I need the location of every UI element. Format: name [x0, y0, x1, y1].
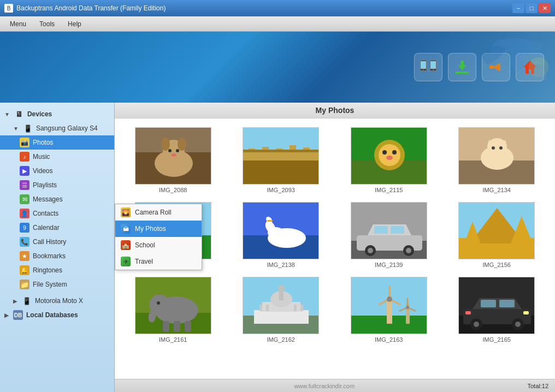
- svg-rect-118: [523, 311, 529, 314]
- device-transfer-button[interactable]: [414, 53, 442, 81]
- photo-item[interactable]: IMG_2165: [447, 277, 547, 343]
- svg-point-46: [499, 146, 503, 150]
- menu-item-help[interactable]: Help: [62, 18, 87, 30]
- photo-item[interactable]: IMG_2134: [447, 127, 547, 193]
- photo-thumbnail: [135, 127, 211, 185]
- dropdown-my-photos[interactable]: 🏔 My Photos: [115, 221, 202, 237]
- svg-rect-6: [430, 61, 436, 69]
- menu-item-menu[interactable]: Menu: [4, 18, 32, 30]
- dropdown-camera-roll-label: Camera Roll: [135, 209, 172, 216]
- photo-item[interactable]: IMG_2093: [232, 127, 331, 193]
- svg-rect-3: [421, 61, 426, 69]
- svg-rect-60: [267, 220, 273, 222]
- sidebar-moto-device[interactable]: ▶ 📱 Motorola Moto X: [0, 294, 114, 308]
- photo-item[interactable]: IMG_2162: [232, 277, 331, 343]
- svg-point-35: [379, 144, 400, 166]
- titlebar: B Backuptrans Android Data Transfer (Fam…: [0, 0, 555, 16]
- svg-point-21: [176, 149, 179, 152]
- menubar: Menu Tools Help: [0, 16, 555, 32]
- dropdown-school[interactable]: 🏫 School: [115, 237, 202, 253]
- svg-point-91: [278, 285, 285, 292]
- bookmarks-label: Bookmarks: [33, 252, 66, 260]
- school-icon: 🏫: [121, 240, 131, 250]
- dropdown-camera-roll[interactable]: 🌄 Camera Roll: [115, 204, 202, 221]
- photo-item[interactable]: IMG_2088: [123, 127, 223, 193]
- maximize-button[interactable]: □: [526, 3, 538, 13]
- svg-point-18: [161, 138, 170, 151]
- database-icon: DB: [13, 310, 23, 320]
- sidebar-item-contacts[interactable]: 👤 Contacts: [0, 206, 114, 221]
- photo-item[interactable]: IMG_2156: [447, 202, 547, 268]
- sidebar-item-bookmarks[interactable]: ★ Bookmarks: [0, 249, 114, 263]
- svg-rect-83: [174, 321, 180, 332]
- photo-label: IMG_2093: [267, 187, 295, 193]
- sidebar-item-music[interactable]: ♪ Music: [0, 150, 114, 164]
- photo-item[interactable]: IMG_2161: [123, 277, 223, 343]
- sidebar-samsung-device[interactable]: ▼ 📱 Sangsung Galaxy S4: [0, 121, 114, 135]
- filesystem-label: File System: [33, 281, 67, 288]
- dropdown-travel[interactable]: ✈ Travel: [115, 253, 202, 270]
- photo-thumbnail: [243, 202, 319, 259]
- photo-label: IMG_2165: [483, 336, 511, 343]
- svg-point-42: [487, 138, 507, 156]
- sidebar-item-messages[interactable]: ✉ Messages: [0, 192, 114, 206]
- minimize-button[interactable]: −: [512, 3, 524, 13]
- sidebar-item-callhistory[interactable]: 📞 Call History: [0, 235, 114, 249]
- photo-thumbnail: [351, 127, 427, 185]
- photo-label: IMG_2115: [375, 187, 403, 193]
- sidebar: ▼ 🖥 Devices ▼ 📱 Sangsung Galaxy S4 📷 Pho…: [0, 103, 115, 392]
- svg-rect-112: [481, 300, 496, 307]
- photo-item[interactable]: IMG_2138: [232, 202, 331, 268]
- svg-rect-93: [266, 305, 269, 311]
- travel-icon: ✈: [121, 257, 131, 266]
- sidebar-local-databases[interactable]: ▶ DB Local Databases: [0, 308, 114, 322]
- photo-item[interactable]: IMG_2139: [339, 202, 439, 268]
- main-area: ▼ 🖥 Devices ▼ 📱 Sangsung Galaxy S4 📷 Pho…: [0, 103, 555, 392]
- svg-point-36: [382, 150, 387, 155]
- svg-point-69: [368, 248, 373, 253]
- videos-icon: ▶: [20, 166, 29, 176]
- svg-rect-1: [530, 64, 547, 81]
- svg-rect-94: [294, 305, 297, 311]
- sidebar-item-playlists[interactable]: ☰ Playlists: [0, 178, 114, 192]
- toolbar: [0, 32, 555, 103]
- svg-rect-4: [423, 69, 424, 70]
- sidebar-devices-root[interactable]: ▼ 🖥 Devices: [0, 107, 114, 121]
- svg-point-102: [387, 296, 392, 302]
- svg-rect-31: [243, 150, 319, 152]
- close-button[interactable]: ✕: [539, 3, 551, 13]
- photo-item[interactable]: IMG_2115: [339, 127, 439, 193]
- svg-rect-92: [259, 305, 262, 311]
- sidebar-item-filesystem[interactable]: 📁 File System: [0, 277, 114, 292]
- photo-label: IMG_2162: [267, 336, 295, 343]
- contacts-icon: 👤: [20, 209, 29, 218]
- samsung-label: Sangsung Galaxy S4: [36, 124, 98, 132]
- photo-label: IMG_2156: [483, 262, 511, 268]
- content-title: My Photos: [115, 103, 555, 118]
- ringtones-icon: 🔔: [20, 265, 29, 275]
- photo-label: IMG_2163: [375, 336, 403, 343]
- total-count: Total:12: [527, 383, 548, 389]
- ringtones-label: Ringtones: [33, 266, 62, 274]
- expand-arrow: ▼: [4, 111, 10, 117]
- svg-rect-24: [243, 158, 319, 185]
- db-expand-arrow: ▶: [4, 312, 9, 318]
- camera-roll-icon: 🌄: [121, 207, 131, 217]
- calendar-label: Calendar: [33, 224, 60, 231]
- photo-label: IMG_2088: [159, 187, 187, 193]
- photo-item[interactable]: IMG_2163: [339, 277, 439, 343]
- svg-rect-87: [254, 310, 309, 324]
- sidebar-item-ringtones[interactable]: 🔔 Ringtones: [0, 263, 114, 277]
- callhistory-icon: 📞: [20, 237, 29, 247]
- samsung-icon: 📱: [23, 123, 33, 133]
- music-icon: ♪: [20, 152, 29, 162]
- svg-point-38: [386, 156, 393, 160]
- svg-rect-82: [163, 321, 169, 332]
- sidebar-item-videos[interactable]: ▶ Videos: [0, 164, 114, 178]
- sidebar-item-calendar[interactable]: 9 Calendar: [0, 221, 114, 235]
- menu-item-tools[interactable]: Tools: [34, 18, 60, 30]
- window-title: Backuptrans Android Data Transfer (Famil…: [16, 4, 512, 12]
- photo-thumbnail: [243, 277, 319, 334]
- sidebar-item-photos[interactable]: 📷 Photos: [0, 135, 114, 150]
- svg-rect-7: [433, 69, 434, 70]
